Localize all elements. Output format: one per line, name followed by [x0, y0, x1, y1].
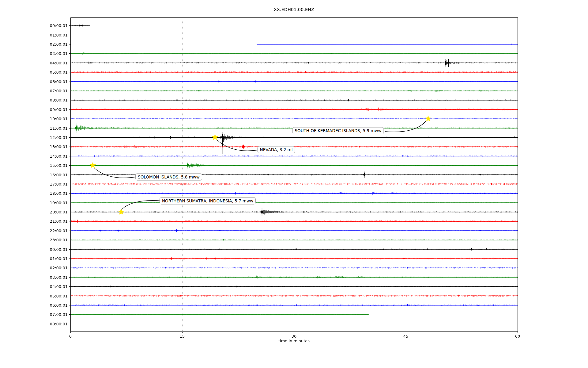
- y-tick-label: 11:00:01: [50, 126, 68, 130]
- x-tick-label: 15: [180, 334, 185, 339]
- y-tick-label: 02:00:01: [50, 42, 68, 47]
- seismogram-page: XX.EDH01.00.EHZ time in minutes 00:00:01…: [0, 0, 588, 368]
- y-tick-label: 07:00:01: [50, 312, 68, 317]
- y-tick-label: 21:00:01: [50, 219, 68, 224]
- y-tick-label: 14:00:01: [50, 154, 68, 158]
- x-axis-label: time in minutes: [278, 339, 310, 343]
- y-tick-label: 04:00:01: [50, 284, 68, 289]
- y-tick-label: 04:00:01: [50, 60, 68, 65]
- y-tick-label: 01:00:01: [50, 33, 68, 37]
- y-tick-label: 07:00:01: [50, 89, 68, 93]
- x-tick-label: 0: [69, 334, 72, 339]
- y-tick-label: 18:00:01: [50, 191, 68, 196]
- y-tick-label: 03:00:01: [50, 51, 68, 56]
- y-tick-label: 03:00:01: [50, 275, 68, 279]
- y-tick-label: 17:00:01: [50, 182, 68, 186]
- chart-title: XX.EDH01.00.EHZ: [274, 7, 314, 12]
- y-tick-label: 19:00:01: [50, 200, 68, 205]
- y-tick-label: 00:00:01: [50, 23, 68, 28]
- y-tick-label: 10:00:01: [50, 117, 68, 121]
- y-tick-label: 05:00:01: [50, 293, 68, 298]
- y-tick-label: 23:00:01: [50, 238, 68, 242]
- seismogram-canvas: [0, 0, 588, 368]
- y-tick-label: 06:00:01: [50, 303, 68, 308]
- y-tick-label: 12:00:01: [50, 135, 68, 140]
- y-tick-label: 05:00:01: [50, 70, 68, 75]
- y-tick-label: 01:00:01: [50, 256, 68, 261]
- y-tick-label: 20:00:01: [50, 210, 68, 214]
- y-tick-label: 22:00:01: [50, 228, 68, 233]
- x-tick-label: 30: [292, 334, 297, 339]
- annotation-solomon: SOLOMON ISLANDS, 5.8 mww: [135, 174, 202, 181]
- annotation-nevada: NEVADA, 3.2 ml: [258, 146, 295, 153]
- annotation-kermadec: SOUTH OF KERMADEC ISLANDS, 5.9 mww: [292, 127, 384, 134]
- y-tick-label: 02:00:01: [50, 266, 68, 270]
- y-tick-label: 15:00:01: [50, 163, 68, 168]
- x-tick-label: 60: [515, 334, 520, 339]
- y-tick-label: 08:00:01: [50, 98, 68, 102]
- y-tick-label: 13:00:01: [50, 144, 68, 149]
- y-tick-label: 16:00:01: [50, 172, 68, 177]
- y-tick-label: 09:00:01: [50, 107, 68, 112]
- y-tick-label: 08:00:01: [50, 321, 68, 326]
- y-tick-label: 06:00:01: [50, 79, 68, 84]
- x-tick-label: 45: [403, 334, 409, 339]
- annotation-sumatra: NORTHERN SUMATRA, INDONESIA, 5.7 mww: [160, 197, 256, 205]
- y-tick-label: 00:00:01: [50, 247, 68, 251]
